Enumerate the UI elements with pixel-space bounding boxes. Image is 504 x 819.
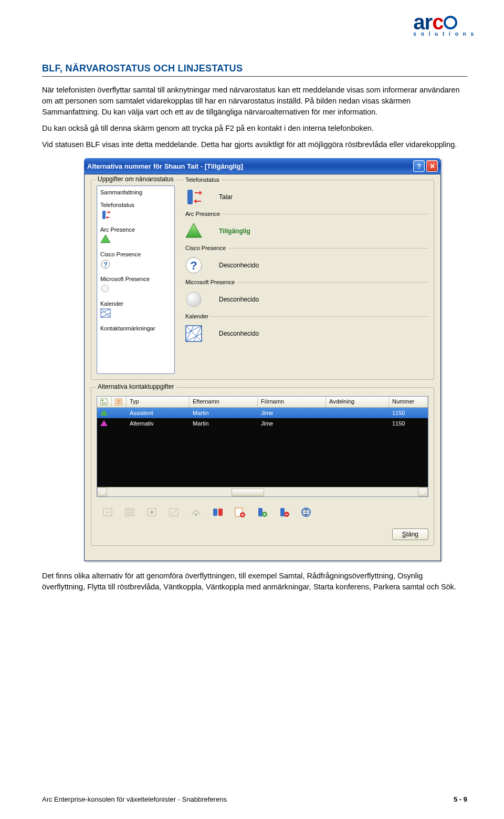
- sidebar-item-phone[interactable]: Telefonstatus: [100, 202, 171, 208]
- horizontal-scrollbar[interactable]: ◂ ▸: [97, 487, 428, 496]
- toolbar-btn-1[interactable]: [99, 504, 117, 520]
- logo-subtext: s o l u t i o n s: [413, 31, 475, 37]
- svg-rect-26: [213, 509, 217, 516]
- svg-rect-13: [102, 400, 103, 401]
- sidebar-item-cisco[interactable]: Cisco Presence: [100, 251, 171, 257]
- toolbar-btn-10[interactable]: [297, 504, 315, 520]
- svg-point-10: [186, 292, 201, 307]
- calendar-icon: [100, 308, 112, 319]
- cisco-presence-icon: ?: [100, 259, 112, 269]
- svg-rect-30: [258, 508, 262, 516]
- titlebar[interactable]: Alternativa nummer för Shaun Tait - [Til…: [84, 158, 441, 174]
- sidebar-item-notes[interactable]: Kontaktanmärkningar: [100, 325, 171, 331]
- brand-logo: arc s o l u t i o n s: [413, 11, 475, 37]
- fieldset-label: Alternativa kontaktuppgifter: [96, 383, 176, 390]
- ms-unknown-icon: [184, 290, 203, 309]
- status-triangle-icon: [100, 410, 108, 416]
- svg-rect-6: [187, 190, 193, 204]
- ms-presence-icon: [100, 284, 112, 294]
- group-label: Telefonstatus: [183, 177, 222, 183]
- svg-rect-15: [102, 403, 106, 404]
- column-typ[interactable]: Typ: [127, 397, 190, 407]
- scroll-left-button[interactable]: ◂: [97, 488, 107, 496]
- action-toolbar: [97, 504, 428, 520]
- contacts-table[interactable]: Typ Efternamn Förnamn Avdelning Nummer A…: [97, 396, 428, 497]
- svg-text:?: ?: [103, 261, 108, 268]
- column-num[interactable]: Nummer: [389, 397, 428, 407]
- footer-left: Arc Enterprise-konsolen för växeltelefon…: [42, 795, 227, 803]
- svg-text:?: ?: [190, 259, 197, 272]
- ms-status-text: Desconhecido: [219, 296, 259, 303]
- toolbar-btn-4[interactable]: [165, 504, 183, 520]
- toolbar-btn-9[interactable]: [275, 504, 293, 520]
- presence-category-list[interactable]: Sammanfattning Telefonstatus Arc Presenc…: [97, 185, 175, 374]
- calendar-unknown-icon: [184, 324, 203, 343]
- calendar-status-text: Desconhecido: [219, 330, 259, 337]
- table-row[interactable]: Alternativ Martin Jime 1150: [97, 418, 428, 429]
- toolbar-btn-2[interactable]: [121, 504, 139, 520]
- toolbar-btn-3[interactable]: [143, 504, 161, 520]
- arc-presence-icon: [100, 234, 112, 245]
- toolbar-btn-8[interactable]: [253, 504, 271, 520]
- cisco-status-text: Desconhecido: [219, 262, 259, 269]
- toolbar-btn-6[interactable]: [209, 504, 227, 520]
- phone-status-text: Talar: [219, 193, 233, 201]
- sidebar-item-arc[interactable]: Arc Presence: [100, 226, 171, 233]
- help-button[interactable]: ?: [413, 160, 425, 172]
- cisco-unknown-icon: ?: [184, 256, 203, 275]
- svg-rect-27: [218, 509, 223, 516]
- group-label: Cisco Presence: [183, 245, 228, 251]
- status-triangle-icon: [100, 420, 108, 426]
- table-header: Typ Efternamn Förnamn Avdelning Nummer: [97, 397, 428, 408]
- scroll-thumb[interactable]: [232, 489, 264, 496]
- arc-available-icon: [184, 222, 203, 241]
- fieldset-label: Uppgifter om närvarostatus: [96, 175, 176, 183]
- svg-marker-1: [101, 235, 110, 243]
- dialog-title: Alternativa nummer för Shaun Tait - [Til…: [87, 162, 412, 170]
- column-icon2[interactable]: [112, 397, 127, 407]
- svg-marker-7: [186, 223, 202, 237]
- svg-rect-0: [102, 211, 106, 219]
- page-title: BLF, NÄRVAROSTATUS OCH LINJESTATUS: [42, 63, 467, 77]
- close-button-label: täng: [406, 531, 418, 538]
- paragraph-2: Du kan också gå till denna skärm genom a…: [42, 123, 467, 134]
- svg-rect-18: [117, 401, 121, 402]
- table-row[interactable]: Assistent Martin Jime 1150: [97, 408, 428, 418]
- svg-rect-32: [280, 508, 285, 516]
- group-label: Arc Presence: [183, 211, 222, 217]
- svg-point-4: [101, 285, 109, 292]
- svg-rect-14: [102, 402, 106, 403]
- column-eft[interactable]: Efternamn: [190, 397, 258, 407]
- sidebar-item-calendar[interactable]: Kalender: [100, 300, 171, 307]
- footer-right: 5 - 9: [454, 795, 467, 803]
- paragraph-4: Det finns olika alternativ för att genom…: [42, 571, 467, 593]
- svg-rect-25: [195, 513, 197, 516]
- toolbar-btn-5[interactable]: [187, 504, 205, 520]
- group-label: Kalender: [183, 313, 211, 319]
- scroll-right-button[interactable]: ▸: [418, 488, 428, 496]
- close-button[interactable]: Stäng: [392, 528, 428, 540]
- paragraph-1: När telefonisten överflyttar samtal till…: [42, 85, 467, 118]
- arc-status-text: Tillgänglig: [219, 227, 250, 235]
- toolbar-btn-7[interactable]: [231, 504, 249, 520]
- paragraph-3: Vid statusen BLF visas inte detta meddel…: [42, 139, 467, 150]
- group-label: Microsoft Presence: [183, 279, 237, 285]
- svg-point-23: [150, 511, 153, 514]
- svg-rect-19: [117, 403, 121, 404]
- column-icon1[interactable]: [97, 397, 112, 407]
- column-avd[interactable]: Avdelning: [326, 397, 389, 407]
- column-forn[interactable]: Förnamn: [258, 397, 326, 407]
- phone-status-icon: [100, 210, 112, 220]
- sidebar-item-ms[interactable]: Microsoft Presence: [100, 276, 171, 282]
- logo-circle-icon: [444, 16, 457, 29]
- dialog-window: Alternativa nummer för Shaun Tait - [Til…: [84, 158, 441, 561]
- svg-rect-17: [117, 400, 121, 401]
- presence-info-fieldset: Uppgifter om närvarostatus Sammanfattnin…: [91, 180, 434, 380]
- sidebar-item-summary[interactable]: Sammanfattning: [100, 189, 171, 195]
- alt-contact-fieldset: Alternativa kontaktuppgifter Typ Efterna…: [91, 387, 434, 546]
- svg-rect-12: [101, 399, 107, 405]
- phone-busy-icon: [184, 188, 203, 206]
- close-icon[interactable]: ✕: [426, 160, 438, 172]
